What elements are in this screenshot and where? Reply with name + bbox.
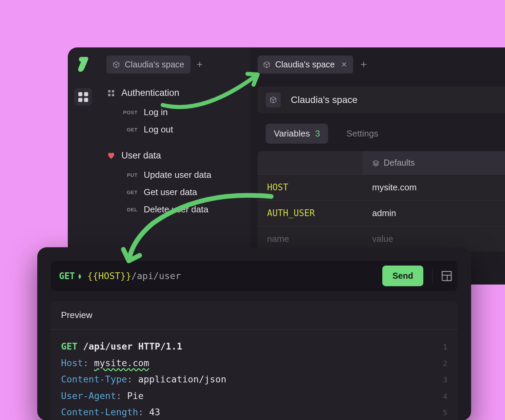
tok-header: User-Agent	[61, 391, 116, 401]
tree-item-label: Get user data	[144, 187, 197, 197]
preview-line: GET /api/user HTTP/1.1 1	[61, 338, 447, 355]
line-number: 3	[443, 373, 447, 387]
line-number: 2	[443, 357, 447, 371]
tree-item-label: Update user data	[144, 170, 211, 180]
sub-tab-label: Variables	[274, 128, 310, 139]
tok-path: /api/user	[83, 341, 133, 352]
var-key: HOST	[258, 175, 363, 200]
line-number: 1	[443, 340, 447, 354]
tok-value-host: mysite.com	[94, 358, 149, 368]
method-badge: GET	[120, 127, 138, 132]
tree-group-label: Authentication	[121, 88, 179, 98]
tree-item-delete-user-data[interactable]: DEL Delete user data	[106, 201, 241, 218]
preview-section: Preview GET /api/user HTTP/1.1 1 Host: m…	[51, 301, 458, 420]
tok-header: Content-Type	[61, 374, 127, 384]
method-select[interactable]: GET ▲▼	[59, 271, 81, 281]
url-variable: {{HOST}}	[87, 271, 131, 281]
vars-header-key	[258, 151, 363, 174]
tree-item-get-user-data[interactable]: GET Get user data	[106, 184, 241, 201]
url-path: /api/user	[131, 271, 181, 281]
var-value: admin	[363, 201, 505, 226]
tree-item-label: Delete user data	[144, 204, 208, 215]
defaults-label: Defaults	[384, 158, 415, 168]
tok-header: Host	[61, 358, 83, 368]
svg-rect-6	[447, 275, 451, 280]
sidebar-tab-row: Claudia's space +	[106, 56, 241, 74]
method-badge: POST	[120, 109, 138, 115]
url-input[interactable]: {{HOST}}/api/user	[87, 271, 376, 281]
line-number: 5	[443, 406, 447, 420]
workspace-tab[interactable]: Claudia's space	[106, 56, 190, 74]
tree-group-header[interactable]: Authentication	[106, 88, 241, 98]
grid-small-icon	[107, 89, 115, 97]
send-button[interactable]: Send	[382, 266, 423, 286]
main-tab-label: Claudia's space	[275, 60, 335, 69]
svg-rect-1	[112, 90, 114, 92]
tree-group-authentication: Authentication POST Log in GET Log out	[106, 88, 241, 138]
sort-arrows-icon: ▲▼	[78, 273, 81, 279]
main-tab-space[interactable]: Claudia's space ✕	[258, 56, 353, 74]
tree-item-log-out[interactable]: GET Log out	[106, 121, 241, 138]
svg-rect-3	[112, 94, 114, 96]
grid-icon	[78, 92, 88, 102]
layout-icon[interactable]	[441, 271, 452, 281]
preview-line: Host: mysite.com 2	[61, 355, 447, 372]
vars-header-defaults: Defaults	[363, 151, 505, 174]
sub-tab-row: Variables 3 Settings	[258, 124, 505, 144]
separator	[432, 269, 432, 284]
line-number: 4	[443, 390, 447, 403]
tree-group-user-data: User data PUT Update user data GET Get u…	[106, 150, 241, 218]
svg-rect-0	[108, 90, 110, 92]
apps-grid-button[interactable]	[74, 88, 92, 106]
main-tab-row: Claudia's space ✕ +	[258, 56, 505, 74]
method-label: GET	[59, 271, 75, 281]
tok-value: application/json	[138, 374, 226, 384]
request-window: GET ▲▼ {{HOST}}/api/user Send Preview GE…	[37, 247, 471, 420]
preview-line: User-Agent: Pie 4	[61, 388, 447, 404]
preview-body: GET /api/user HTTP/1.1 1 Host: mysite.co…	[51, 330, 458, 420]
tree-group-label: User data	[121, 150, 161, 161]
method-badge: GET	[120, 189, 138, 195]
preview-line: Content-Type: application/json 3	[61, 371, 447, 388]
add-tab-button[interactable]: +	[361, 58, 367, 71]
variables-table: Defaults HOST mysite.com AUTH_USER admin…	[258, 151, 505, 252]
sub-tab-settings[interactable]: Settings	[338, 124, 386, 144]
workspace-tab-label: Claudia's space	[125, 60, 184, 69]
sub-tab-variables[interactable]: Variables 3	[266, 124, 328, 144]
app-logo-icon	[77, 57, 89, 72]
tree-item-label: Log out	[144, 124, 173, 135]
tree-group-header[interactable]: User data	[106, 150, 241, 161]
vars-header-row: Defaults	[258, 151, 505, 174]
space-title: Claudia's space	[291, 94, 358, 105]
preview-header: Preview	[51, 301, 458, 330]
heart-icon	[107, 152, 115, 160]
space-icon-box	[266, 92, 281, 107]
var-value: mysite.com	[363, 175, 505, 200]
method-badge: PUT	[120, 172, 138, 178]
request-bar: GET ▲▼ {{HOST}}/api/user Send	[51, 261, 458, 291]
tok-value: 43	[149, 407, 160, 417]
tok-method: GET	[61, 341, 78, 352]
tok-proto: HTTP/1.1	[138, 341, 182, 352]
tree-item-log-in[interactable]: POST Log in	[106, 104, 241, 121]
tree-item-label: Log in	[144, 107, 168, 118]
tree-item-update-user-data[interactable]: PUT Update user data	[106, 166, 241, 184]
variables-count: 3	[315, 128, 320, 139]
svg-rect-2	[108, 94, 110, 96]
method-badge: DEL	[120, 207, 138, 212]
svg-rect-5	[442, 271, 451, 275]
vars-row[interactable]: HOST mysite.com	[258, 174, 505, 200]
tok-value: Pie	[127, 391, 144, 401]
layers-icon	[372, 159, 380, 167]
cube-icon	[263, 61, 270, 68]
preview-line: Content-Length: 43 5	[61, 404, 447, 420]
cube-icon	[269, 96, 277, 104]
close-tab-icon[interactable]: ✕	[340, 60, 348, 69]
vars-row[interactable]: AUTH_USER admin	[258, 200, 505, 226]
add-workspace-button[interactable]: +	[197, 58, 203, 71]
var-key: AUTH_USER	[258, 201, 363, 226]
tok-header: Content-Length	[61, 407, 138, 417]
space-header: Claudia's space	[258, 86, 505, 113]
cube-icon	[113, 61, 120, 68]
